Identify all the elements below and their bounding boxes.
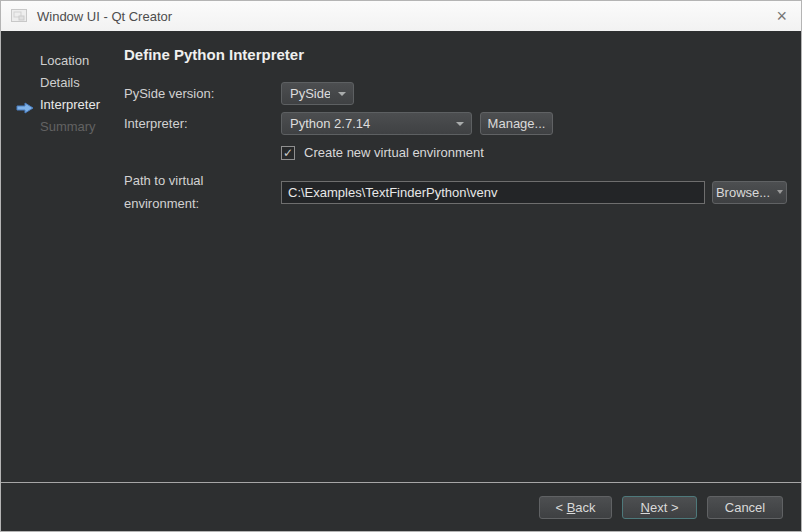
venv-path-label: Path to virtual environment: — [124, 169, 281, 215]
interpreter-page: Define Python Interpreter PySide version… — [124, 31, 801, 482]
step-interpreter-label: Interpreter — [40, 97, 100, 112]
pyside-version-value: PySide 6 — [290, 86, 330, 101]
step-location: Location — [1, 50, 124, 72]
app-icon — [11, 9, 28, 23]
venv-checkbox[interactable]: ✓ — [281, 146, 295, 160]
window-title: Window UI - Qt Creator — [37, 9, 772, 24]
title-bar: Window UI - Qt Creator × — [1, 1, 801, 31]
manage-button[interactable]: Manage... — [480, 112, 553, 135]
interpreter-label: Interpreter: — [124, 112, 281, 135]
step-location-label: Location — [40, 53, 89, 68]
pyside-version-label: PySide version: — [124, 82, 281, 105]
checkmark-icon: ✓ — [283, 147, 293, 159]
wizard-content: Location Details Interpreter Summary Def… — [1, 31, 801, 483]
chevron-down-icon — [456, 122, 464, 126]
chevron-down-icon — [777, 190, 783, 194]
cancel-button-label: Cancel — [725, 500, 765, 515]
step-details: Details — [1, 72, 124, 94]
venv-path-row: Path to virtual environment: Browse... — [124, 169, 787, 215]
current-step-arrow-icon — [16, 99, 34, 111]
manage-button-label: Manage... — [488, 116, 546, 131]
page-title: Define Python Interpreter — [124, 46, 304, 63]
close-icon[interactable]: × — [772, 7, 791, 25]
pyside-version-row: PySide version: PySide 6 — [124, 82, 354, 105]
venv-checkbox-row: ✓ Create new virtual environment — [281, 145, 484, 160]
back-button[interactable]: < Back — [539, 496, 612, 519]
chevron-down-icon — [338, 92, 346, 96]
next-button[interactable]: Next > — [622, 496, 697, 519]
step-interpreter: Interpreter — [1, 94, 124, 116]
next-button-label: Next > — [641, 500, 679, 515]
interpreter-select[interactable]: Python 2.7.14 — [281, 112, 472, 135]
step-details-label: Details — [40, 75, 80, 90]
venv-checkbox-label[interactable]: Create new virtual environment — [304, 145, 484, 160]
step-summary-label: Summary — [40, 119, 96, 134]
back-button-label: < Back — [555, 500, 595, 515]
browse-button[interactable]: Browse... — [712, 181, 787, 204]
interpreter-value: Python 2.7.14 — [290, 116, 448, 131]
step-summary: Summary — [1, 116, 124, 138]
wizard-steps-sidebar: Location Details Interpreter Summary — [1, 50, 124, 138]
wizard-button-bar: < Back Next > Cancel — [1, 484, 801, 531]
venv-path-input[interactable] — [281, 181, 705, 204]
browse-button-label: Browse... — [716, 185, 770, 200]
interpreter-row: Interpreter: Python 2.7.14 Manage... — [124, 112, 553, 135]
wizard-window: Window UI - Qt Creator × Location Detail… — [0, 0, 802, 532]
cancel-button[interactable]: Cancel — [707, 496, 783, 519]
pyside-version-select[interactable]: PySide 6 — [281, 82, 354, 105]
